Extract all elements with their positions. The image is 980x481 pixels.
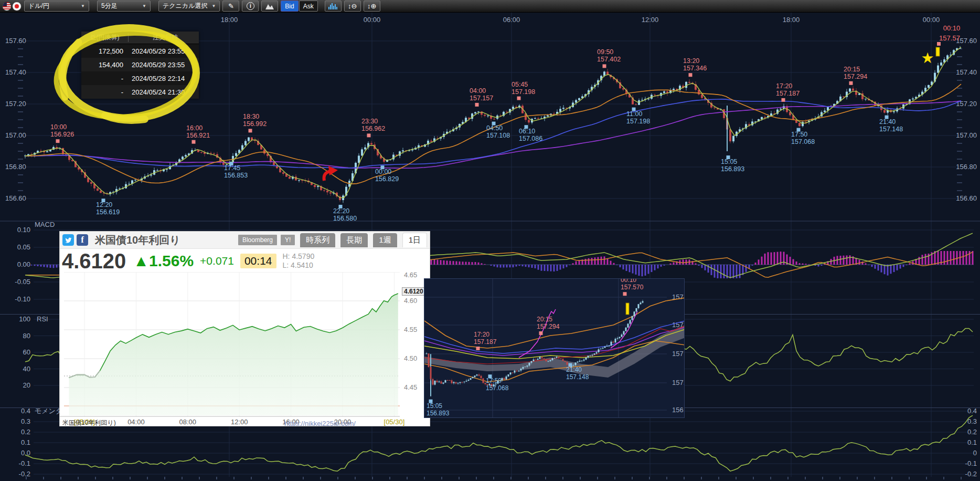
candle-body [761,117,763,119]
inset-candle-body [556,357,558,358]
technical-select-label: テクニカル選択 [163,2,207,11]
candle-body [46,151,48,152]
macd-histogram-bar [513,265,514,267]
inset-chart-window[interactable]: 157.157.157157.156.15:05156.89317:20157.… [424,278,685,418]
macd-histogram-bar [44,265,45,267]
order-row[interactable]: - 2024/05/24 21:30 [81,85,199,99]
candle-body [732,136,734,141]
inset-candle-body [550,360,551,361]
twitter-share-button[interactable] [62,234,74,246]
macd-histogram-bar [446,260,448,265]
widget-area-fill [69,294,398,415]
current-value-tag: 4.6120 [402,287,425,296]
timeframe-select[interactable]: 5分足 ▼ [97,1,151,12]
high-low-block: H: 4.5790 L: 4.5410 [283,252,315,270]
macd-histogram-bar [497,265,498,267]
bloomberg-button[interactable]: Bloomberg [238,235,277,245]
macd-histogram-bar [484,264,486,265]
ask-button[interactable]: Ask [299,1,318,12]
candle-body [578,98,580,100]
inset-candle-body [537,359,539,360]
macd-histogram-bar [604,256,605,265]
bid-button[interactable]: Bid [281,1,298,12]
widget-x-axis-label: 08:00 [179,418,197,426]
annotation-price: 157.148 [879,126,903,133]
info-button[interactable]: i [242,1,259,12]
volume-toggle-button[interactable] [325,1,342,12]
inset-candle-body [619,337,621,338]
yield-value: 4.6120 [62,250,126,271]
yahoo-button[interactable]: Y! [281,235,295,245]
bond-yield-widget: f 米国債10年利回り Bloomberg Y! 時系列 長期 1週 1日 4.… [59,231,430,426]
macd-histogram-bar [541,265,542,271]
candle-body [780,109,782,110]
annotation-time: 20:15 [537,316,552,323]
order-datetime: 2024/05/29 23:55 [129,61,199,69]
macd-histogram-bar [846,255,848,265]
zoom-in-icon: ↕⊕ [367,2,376,10]
candle-body [562,108,564,109]
widget-quote-row: 4.6120 ▲1.56% +0.071 00:14 H: 4.5790 L: … [60,249,430,273]
macd-histogram-bar [730,265,731,278]
draw-tool-button[interactable]: ✎ [222,1,239,12]
order-row[interactable]: - 2024/05/28 22:14 [81,71,199,85]
annotation-price: 156.962 [361,125,385,132]
macd-histogram-bar [459,262,461,265]
price-axis-label-right: 156.60 [956,194,977,202]
macd-histogram-bar [900,265,901,269]
inset-candle-body [581,361,583,361]
candle-body [197,150,199,152]
zoom-in-button[interactable]: ↕⊕ [364,1,380,12]
tab-1day[interactable]: 1日 [402,233,427,247]
change-absolute: +0.071 [200,255,234,267]
technical-select-button[interactable]: テクニカル選択 ▼ [158,1,220,12]
inset-candle-body [567,362,568,364]
annotation-time: 04:00 [470,87,486,95]
inset-candle-body [562,359,564,361]
inset-candle-body [617,338,619,339]
inset-candle-body [638,304,640,308]
annotation-time: 15:05 [721,158,737,165]
tab-timeseries[interactable]: 時系列 [300,233,335,247]
currency-pair-select[interactable]: ドル/円 ▼ [24,1,89,12]
macd-histogram-bar [830,259,832,265]
widget-chart[interactable]: 4.654.604.554.504.45[05/29]04:0008:0012:… [60,272,430,426]
time-axis-label: 00:00 [364,16,381,24]
macd-histogram-bar [651,265,653,272]
annotation-marker [623,292,627,296]
annotation-price: 157.068 [791,138,815,145]
order-row[interactable]: 154,400 2024/05/29 23:55 [81,58,199,71]
inset-candle-body [554,358,556,358]
inset-indicator-line [611,311,637,348]
candle-body [358,155,360,163]
candle-body [430,141,432,142]
inset-candle-body [428,353,430,367]
candle-body [512,107,514,109]
order-row[interactable]: 172,500 2024/05/29 23:55 [81,44,199,58]
inset-candle-body [630,320,631,323]
candle-body [663,91,665,93]
pencil-icon: ✎ [228,2,234,10]
candle-body [912,99,914,100]
inset-candle-body [506,377,507,380]
annotation-marker [782,98,785,102]
zoom-out-button[interactable]: ↕⊖ [344,1,361,12]
macd-histogram-bar [535,265,536,268]
candle-body [314,185,316,187]
annotation-time: 11:00 [626,110,642,118]
inset-candle-body [443,383,444,384]
annotation-time: 18:30 [243,113,259,120]
tab-1week[interactable]: 1週 [373,233,397,247]
macd-histogram-bar [745,265,747,272]
inset-candle-body [510,372,512,374]
macd-histogram-bar [623,265,624,269]
candle-body [893,111,895,112]
tab-longterm[interactable]: 長期 [340,233,368,247]
inset-candle-body [483,378,484,383]
annotation-time: 04:50 [486,124,503,132]
macd-histogram-bar [465,262,467,265]
inset-candle-body [552,358,553,360]
change-percent: ▲1.56% [133,253,194,269]
facebook-share-button[interactable]: f [77,234,88,246]
chart-style-button[interactable] [261,1,278,12]
